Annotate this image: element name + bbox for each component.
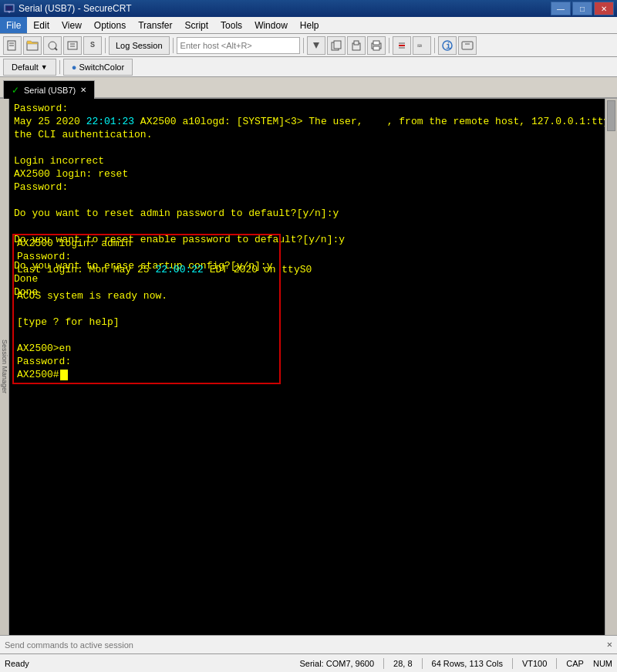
hl-line-6 [17,302,276,316]
tab-check-icon: ✓ [12,85,19,96]
term-line-1: Password: [14,102,600,115]
toolbar-separator-5 [434,38,435,53]
term-line-3: the CLI authentication. [14,128,600,141]
command-bar-close[interactable]: ✕ [607,639,612,650]
hl-line-9: AX2500>en [17,342,276,355]
toolbar-separator-1 [105,38,106,53]
status-position: 28, 8 [393,659,412,668]
minimize-button[interactable]: — [551,2,571,15]
toolbar-find-btn[interactable] [393,36,411,55]
hl-line-3: Last login: Mon May 25 22:00:22 EDT 2020… [17,263,276,276]
svg-text:i: i [446,42,451,51]
toolbar-separator-2 [173,38,174,53]
switch-color-icon: ● [72,62,77,72]
status-right-info: Serial: COM7, 9600 28, 8 64 Rows, 113 Co… [299,658,612,669]
menu-bar: File Edit View Options Transfer Script T… [0,17,617,34]
menu-options[interactable]: Options [88,17,132,33]
menu-file[interactable]: File [0,17,27,33]
status-divider-4 [556,658,557,669]
default-label: Default [12,62,39,72]
status-serial-info: Serial: COM7, 9600 [299,659,374,668]
toolbar2-separator [59,60,60,74]
toolbar-separator-3 [303,38,304,53]
toolbar-btn-4[interactable] [63,36,82,55]
svg-rect-1 [6,6,12,10]
menu-window[interactable]: Window [248,17,294,33]
hl-line-5: ACOS system is ready now. [17,289,276,302]
window-controls: — □ ✕ [551,2,614,15]
term-line-7: Password: [14,181,600,194]
tab-serial-usb7[interactable]: ✓ Serial (USB7) ✕ [3,80,95,99]
menu-view[interactable]: View [56,17,88,33]
hl-line-8 [17,329,276,342]
title-bar: Serial (USB7) - SecureCRT — □ ✕ [0,0,617,17]
toolbar-nav-btn[interactable] [307,36,325,55]
scrollbar-thumb[interactable] [607,100,615,131]
highlight-box: AX2500 login: admin Password: Last login… [12,234,281,384]
window-title: Serial (USB7) - SecureCRT [19,3,131,14]
menu-tools[interactable]: Tools [214,17,248,33]
tab-close-icon[interactable]: ✕ [80,86,86,94]
svg-text:⌨: ⌨ [417,42,422,51]
command-input[interactable] [5,640,607,650]
svg-marker-13 [313,42,319,49]
switch-color-label: SwitchColor [79,62,124,72]
toolbar-info-btn[interactable]: i [438,36,457,55]
svg-line-9 [55,48,57,50]
term-line-9: Do you want to reset admin password to d… [14,207,600,220]
menu-help[interactable]: Help [294,17,325,33]
session-manager-sidebar[interactable]: Session Manager [0,99,9,635]
status-num: NUM [593,659,612,668]
maximize-button[interactable]: □ [572,2,592,15]
toolbar-btn-3[interactable] [43,36,62,55]
host-input[interactable] [177,37,300,54]
term-line-2: May 25 2020 22:01:23 AX2500 a10logd: [SY… [14,115,600,128]
toolbar-paste-btn[interactable] [347,36,366,55]
status-ready: Ready [5,659,29,668]
tab-label: Serial (USB7) [24,86,76,95]
toolbar: S Log Session [0,34,617,57]
close-button[interactable]: ✕ [594,2,614,15]
status-divider-1 [383,658,384,669]
menu-edit[interactable]: Edit [27,17,56,33]
hl-line-2: Password: [17,250,276,263]
terminal-scrollbar[interactable] [605,99,617,635]
svg-rect-17 [354,41,359,45]
serial-icon-btn[interactable]: S [83,36,102,55]
switch-color-btn[interactable]: ● SwitchColor [63,59,133,76]
svg-rect-10 [68,42,77,49]
term-line-10 [14,220,600,233]
default-session-btn[interactable]: Default ▼ [3,59,56,76]
toolbar2: Default ▼ ● SwitchColor [0,57,617,77]
svg-rect-27 [462,42,473,49]
menu-script[interactable]: Script [178,17,214,33]
term-line-6: AX2500 login: reset [14,167,600,181]
tab-bar: ✓ Serial (USB7) ✕ [0,77,617,99]
menu-transfer[interactable]: Transfer [132,17,178,33]
command-bar: ✕ [0,635,617,653]
terminal-window[interactable]: Password: May 25 2020 22:01:23 AX2500 a1… [9,99,605,635]
status-divider-3 [512,658,513,669]
toolbar-copy-btn[interactable] [327,36,346,55]
log-session-button[interactable]: Log Session [109,36,170,55]
term-line-4 [14,141,600,154]
toolbar-print-btn[interactable] [367,36,386,55]
svg-rect-19 [373,46,379,50]
status-caps: CAP [566,659,584,668]
svg-rect-15 [334,41,341,49]
default-dropdown-arrow: ▼ [41,63,48,71]
status-size: 64 Rows, 113 Cols [432,659,503,668]
hl-line-4 [17,276,276,289]
app-icon [3,2,15,15]
hl-line-11: AX2500# [17,368,276,381]
hl-line-7: [type ? for help] [17,316,276,329]
term-line-8 [14,194,600,207]
new-session-button[interactable] [3,36,22,55]
svg-rect-20 [373,41,379,45]
open-button[interactable] [23,36,42,55]
toolbar-help-btn[interactable] [458,36,477,55]
term-line-5: Login incorrect [14,154,600,167]
toolbar-map-btn[interactable]: ⌨ [413,36,431,55]
hl-line-10: Password: [17,355,276,368]
terminal-cursor [60,370,68,380]
